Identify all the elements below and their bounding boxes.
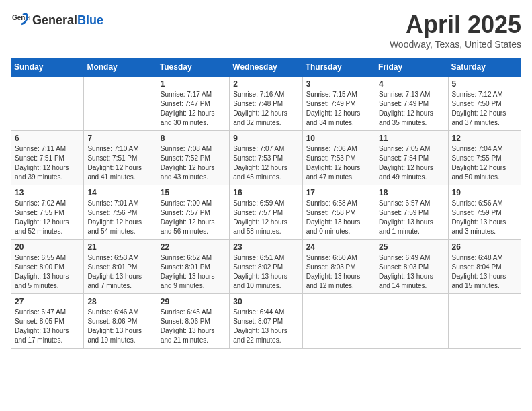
day-number: 19 bbox=[452, 188, 517, 197]
day-number: 24 bbox=[306, 242, 371, 252]
calendar-day-cell: 10Sunrise: 7:06 AM Sunset: 7:53 PM Dayli… bbox=[302, 131, 375, 185]
calendar-day-cell: 17Sunrise: 6:58 AM Sunset: 7:58 PM Dayli… bbox=[302, 185, 375, 240]
day-number: 3 bbox=[306, 79, 371, 89]
weekday-header-row: SundayMondayTuesdayWednesdayThursdayFrid… bbox=[11, 58, 521, 77]
calendar-day-cell: 1Sunrise: 7:17 AM Sunset: 7:47 PM Daylig… bbox=[157, 77, 229, 131]
calendar-day-cell: 3Sunrise: 7:15 AM Sunset: 7:49 PM Daylig… bbox=[302, 77, 375, 131]
day-info: Sunrise: 6:56 AM Sunset: 7:59 PM Dayligh… bbox=[452, 199, 517, 236]
day-info: Sunrise: 6:46 AM Sunset: 8:06 PM Dayligh… bbox=[87, 308, 152, 345]
day-info: Sunrise: 6:51 AM Sunset: 8:02 PM Dayligh… bbox=[233, 253, 298, 291]
day-number: 22 bbox=[161, 242, 226, 252]
calendar-day-cell bbox=[375, 294, 448, 349]
day-info: Sunrise: 7:02 AM Sunset: 7:55 PM Dayligh… bbox=[15, 199, 80, 236]
day-number: 13 bbox=[15, 188, 80, 197]
day-info: Sunrise: 6:45 AM Sunset: 8:06 PM Dayligh… bbox=[161, 308, 226, 345]
calendar-day-cell: 14Sunrise: 7:01 AM Sunset: 7:56 PM Dayli… bbox=[84, 185, 157, 240]
calendar-week-row: 6Sunrise: 7:11 AM Sunset: 7:51 PM Daylig… bbox=[11, 131, 521, 185]
calendar-week-row: 1Sunrise: 7:17 AM Sunset: 7:47 PM Daylig… bbox=[11, 77, 521, 131]
calendar-day-cell: 26Sunrise: 6:48 AM Sunset: 8:04 PM Dayli… bbox=[448, 240, 521, 294]
calendar-day-cell: 28Sunrise: 6:46 AM Sunset: 8:06 PM Dayli… bbox=[84, 294, 157, 349]
day-number: 30 bbox=[233, 297, 298, 306]
day-info: Sunrise: 6:49 AM Sunset: 8:03 PM Dayligh… bbox=[379, 253, 444, 291]
day-info: Sunrise: 7:17 AM Sunset: 7:47 PM Dayligh… bbox=[161, 90, 226, 128]
calendar-day-cell: 13Sunrise: 7:02 AM Sunset: 7:55 PM Dayli… bbox=[11, 185, 84, 240]
day-number: 10 bbox=[306, 134, 371, 143]
day-info: Sunrise: 7:16 AM Sunset: 7:48 PM Dayligh… bbox=[233, 90, 298, 128]
day-info: Sunrise: 7:05 AM Sunset: 7:54 PM Dayligh… bbox=[379, 144, 444, 182]
weekday-header: Saturday bbox=[448, 58, 521, 77]
calendar-day-cell: 2Sunrise: 7:16 AM Sunset: 7:48 PM Daylig… bbox=[230, 77, 302, 131]
day-number: 7 bbox=[87, 134, 152, 143]
day-number: 14 bbox=[87, 188, 152, 197]
day-number: 29 bbox=[161, 297, 226, 306]
weekday-header: Friday bbox=[375, 58, 448, 77]
day-number: 2 bbox=[233, 79, 298, 89]
weekday-header: Tuesday bbox=[157, 58, 229, 77]
day-number: 5 bbox=[452, 79, 517, 89]
calendar-table: SundayMondayTuesdayWednesdayThursdayFrid… bbox=[11, 58, 521, 349]
day-number: 11 bbox=[379, 134, 444, 143]
day-info: Sunrise: 6:52 AM Sunset: 8:01 PM Dayligh… bbox=[161, 253, 226, 291]
calendar-day-cell: 4Sunrise: 7:13 AM Sunset: 7:49 PM Daylig… bbox=[375, 77, 448, 131]
day-number: 23 bbox=[233, 242, 298, 252]
day-number: 6 bbox=[15, 134, 80, 143]
day-info: Sunrise: 6:53 AM Sunset: 8:01 PM Dayligh… bbox=[87, 253, 152, 291]
calendar-day-cell: 12Sunrise: 7:04 AM Sunset: 7:55 PM Dayli… bbox=[448, 131, 521, 185]
day-number: 8 bbox=[161, 134, 226, 143]
day-number: 26 bbox=[452, 242, 517, 252]
day-number: 18 bbox=[379, 188, 444, 197]
calendar-day-cell: 24Sunrise: 6:50 AM Sunset: 8:03 PM Dayli… bbox=[302, 240, 375, 294]
calendar-subtitle: Woodway, Texas, United States bbox=[390, 39, 521, 50]
day-info: Sunrise: 7:07 AM Sunset: 7:53 PM Dayligh… bbox=[233, 144, 298, 182]
day-info: Sunrise: 7:15 AM Sunset: 7:49 PM Dayligh… bbox=[306, 90, 371, 128]
day-number: 16 bbox=[233, 188, 298, 197]
calendar-day-cell: 18Sunrise: 6:57 AM Sunset: 7:59 PM Dayli… bbox=[375, 185, 448, 240]
title-block: April 2025 Woodway, Texas, United States bbox=[390, 11, 521, 50]
calendar-day-cell: 29Sunrise: 6:45 AM Sunset: 8:06 PM Dayli… bbox=[157, 294, 229, 349]
weekday-header: Thursday bbox=[302, 58, 375, 77]
weekday-header: Wednesday bbox=[230, 58, 302, 77]
calendar-title: April 2025 bbox=[390, 11, 521, 39]
day-number: 17 bbox=[306, 188, 371, 197]
day-number: 20 bbox=[15, 242, 80, 252]
calendar-day-cell: 5Sunrise: 7:12 AM Sunset: 7:50 PM Daylig… bbox=[448, 77, 521, 131]
logo: General GeneralBlue bbox=[11, 11, 103, 30]
calendar-day-cell bbox=[11, 77, 84, 131]
calendar-day-cell: 19Sunrise: 6:56 AM Sunset: 7:59 PM Dayli… bbox=[448, 185, 521, 240]
day-info: Sunrise: 6:58 AM Sunset: 7:58 PM Dayligh… bbox=[306, 199, 371, 236]
day-info: Sunrise: 6:55 AM Sunset: 8:00 PM Dayligh… bbox=[15, 253, 80, 291]
calendar-day-cell: 11Sunrise: 7:05 AM Sunset: 7:54 PM Dayli… bbox=[375, 131, 448, 185]
calendar-day-cell bbox=[302, 294, 375, 349]
calendar-day-cell: 30Sunrise: 6:44 AM Sunset: 8:07 PM Dayli… bbox=[230, 294, 302, 349]
day-number: 4 bbox=[379, 79, 444, 89]
day-number: 1 bbox=[161, 79, 226, 89]
page-header: General GeneralBlue April 2025 Woodway, … bbox=[11, 11, 521, 50]
calendar-day-cell: 15Sunrise: 7:00 AM Sunset: 7:57 PM Dayli… bbox=[157, 185, 229, 240]
day-info: Sunrise: 7:12 AM Sunset: 7:50 PM Dayligh… bbox=[452, 90, 517, 128]
calendar-day-cell bbox=[84, 77, 157, 131]
day-number: 21 bbox=[87, 242, 152, 252]
day-info: Sunrise: 7:06 AM Sunset: 7:53 PM Dayligh… bbox=[306, 144, 371, 182]
day-info: Sunrise: 7:00 AM Sunset: 7:57 PM Dayligh… bbox=[161, 199, 226, 236]
day-info: Sunrise: 6:59 AM Sunset: 7:57 PM Dayligh… bbox=[233, 199, 298, 236]
day-number: 9 bbox=[233, 134, 298, 143]
day-info: Sunrise: 6:44 AM Sunset: 8:07 PM Dayligh… bbox=[233, 308, 298, 345]
calendar-day-cell: 27Sunrise: 6:47 AM Sunset: 8:05 PM Dayli… bbox=[11, 294, 84, 349]
day-number: 12 bbox=[452, 134, 517, 143]
day-number: 25 bbox=[379, 242, 444, 252]
calendar-day-cell: 16Sunrise: 6:59 AM Sunset: 7:57 PM Dayli… bbox=[230, 185, 302, 240]
calendar-day-cell: 22Sunrise: 6:52 AM Sunset: 8:01 PM Dayli… bbox=[157, 240, 229, 294]
calendar-day-cell: 21Sunrise: 6:53 AM Sunset: 8:01 PM Dayli… bbox=[84, 240, 157, 294]
day-info: Sunrise: 7:10 AM Sunset: 7:51 PM Dayligh… bbox=[87, 144, 152, 182]
calendar-day-cell bbox=[448, 294, 521, 349]
day-info: Sunrise: 6:50 AM Sunset: 8:03 PM Dayligh… bbox=[306, 253, 371, 291]
calendar-week-row: 20Sunrise: 6:55 AM Sunset: 8:00 PM Dayli… bbox=[11, 240, 521, 294]
weekday-header: Monday bbox=[84, 58, 157, 77]
calendar-week-row: 13Sunrise: 7:02 AM Sunset: 7:55 PM Dayli… bbox=[11, 185, 521, 240]
day-number: 15 bbox=[161, 188, 226, 197]
calendar-day-cell: 7Sunrise: 7:10 AM Sunset: 7:51 PM Daylig… bbox=[84, 131, 157, 185]
calendar-day-cell: 9Sunrise: 7:07 AM Sunset: 7:53 PM Daylig… bbox=[230, 131, 302, 185]
calendar-day-cell: 25Sunrise: 6:49 AM Sunset: 8:03 PM Dayli… bbox=[375, 240, 448, 294]
day-info: Sunrise: 7:04 AM Sunset: 7:55 PM Dayligh… bbox=[452, 144, 517, 182]
day-info: Sunrise: 7:01 AM Sunset: 7:56 PM Dayligh… bbox=[87, 199, 152, 236]
